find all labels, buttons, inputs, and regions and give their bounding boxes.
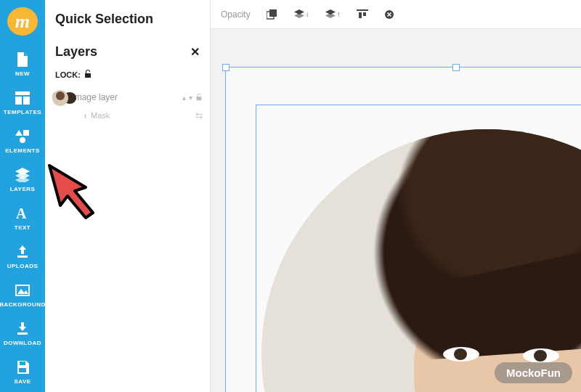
close-icon[interactable]: ✕: [190, 45, 200, 59]
file-icon: [15, 52, 31, 68]
tool-label: NEW: [15, 70, 30, 77]
photo-eye: [523, 348, 559, 363]
svg-rect-1: [15, 97, 22, 105]
lock-row: LOCK:: [45, 70, 210, 87]
text-icon: A: [15, 205, 31, 221]
photo-eye: [443, 347, 479, 362]
app-logo[interactable]: m: [7, 7, 38, 36]
svg-rect-2: [23, 97, 30, 105]
tool-label: SAVE: [14, 378, 31, 385]
svg-rect-4: [23, 130, 29, 136]
tool-label: ELEMENTS: [5, 147, 40, 154]
svg-rect-14: [20, 362, 25, 365]
svg-marker-3: [15, 130, 23, 136]
svg-rect-0: [15, 91, 30, 95]
layers-icon: [15, 167, 31, 183]
svg-rect-13: [17, 332, 28, 335]
layer-sub-row[interactable]: t Mask ⇆: [52, 109, 203, 122]
svg-marker-12: [17, 289, 28, 294]
layers-panel-header: Layers ✕: [45, 37, 210, 70]
opacity-label[interactable]: Opacity: [221, 9, 251, 20]
quick-selection-title: Quick Selection: [45, 0, 210, 37]
delete-icon[interactable]: [384, 9, 394, 20]
tool-uploads[interactable]: UPLOADS: [0, 238, 45, 277]
tool-text[interactable]: A TEXT: [0, 200, 45, 238]
svg-rect-10: [17, 256, 28, 258]
elements-icon: [15, 128, 31, 144]
canvas-pane[interactable]: MockoFun: [211, 29, 581, 392]
layer-row[interactable]: image layer ▴ ▾: [52, 87, 203, 109]
layers-title: Layers: [55, 44, 97, 60]
layer-controls: ▴ ▾: [182, 94, 203, 102]
duplicate-icon[interactable]: [267, 9, 278, 20]
tool-label: TEXT: [15, 224, 31, 231]
upload-icon: [15, 244, 31, 260]
side-panel: Quick Selection Layers ✕ LOCK: image lay…: [45, 0, 211, 392]
mask-icon: t: [84, 111, 86, 120]
tool-elements[interactable]: ELEMENTS: [0, 123, 45, 161]
tool-layers[interactable]: LAYERS: [0, 161, 45, 200]
selection-handle[interactable]: [452, 64, 460, 71]
chevron-down-icon[interactable]: ▾: [189, 94, 192, 102]
lock-label: LOCK:: [55, 70, 81, 79]
svg-rect-24: [357, 9, 368, 11]
layer-name: Mask: [91, 111, 110, 120]
tool-label: TEMPLATES: [4, 109, 41, 115]
tool-label: BACKGROUND: [0, 301, 46, 308]
svg-point-5: [20, 137, 25, 143]
svg-rect-26: [363, 12, 366, 16]
tool-label: LAYERS: [10, 186, 36, 192]
top-toolbar: Opacity ↓ ↑: [211, 0, 581, 29]
layer-thumbnail: [52, 90, 68, 106]
svg-rect-15: [19, 368, 26, 372]
link-icon[interactable]: ⇆: [195, 110, 203, 121]
layer-down-icon[interactable]: ↓: [294, 9, 309, 20]
background-icon: [15, 282, 31, 298]
save-icon: [15, 359, 31, 375]
watermark-badge: MockoFun: [495, 362, 572, 383]
tool-save[interactable]: SAVE: [0, 354, 45, 392]
left-toolbar: m NEW TEMPLATES ELEMENTS LAYERS A TEXT: [0, 0, 45, 392]
unlock-icon[interactable]: [195, 94, 203, 102]
layer-up-icon[interactable]: ↑: [325, 9, 341, 20]
svg-rect-25: [359, 12, 362, 18]
tool-templates[interactable]: TEMPLATES: [0, 84, 45, 123]
svg-text:A: A: [16, 207, 27, 220]
svg-marker-21: [294, 12, 304, 17]
chevron-up-icon[interactable]: ▴: [182, 94, 186, 102]
svg-rect-19: [269, 9, 277, 17]
tool-background[interactable]: BACKGROUND: [0, 277, 45, 315]
templates-icon: [15, 90, 31, 106]
tool-label: UPLOADS: [7, 263, 38, 269]
unlock-icon[interactable]: [84, 70, 92, 80]
download-icon: [15, 321, 31, 337]
svg-marker-8: [15, 176, 30, 182]
tool-label: DOWNLOAD: [4, 340, 41, 346]
tool-download[interactable]: DOWNLOAD: [0, 315, 45, 354]
selection-handle[interactable]: [222, 64, 229, 71]
layer-name: image layer: [73, 93, 178, 102]
align-icon[interactable]: [357, 9, 368, 20]
layer-list: image layer ▴ ▾ t Mask ⇆: [45, 87, 210, 122]
svg-marker-23: [325, 12, 336, 17]
tool-new[interactable]: NEW: [0, 46, 45, 84]
